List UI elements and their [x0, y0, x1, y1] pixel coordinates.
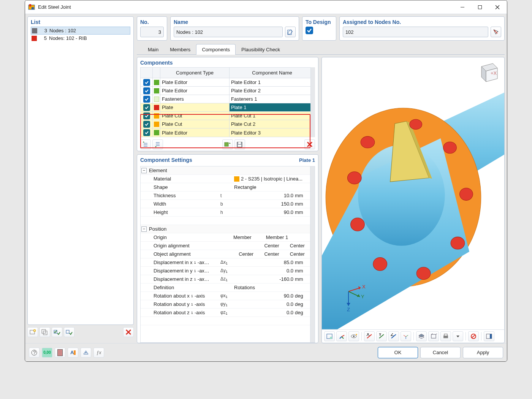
view-reset-button[interactable]: [324, 331, 335, 341]
row-checkbox[interactable]: [143, 87, 150, 94]
tree-row[interactable]: Object alignment CenterCenterCenter: [141, 250, 310, 258]
settings-scrollbar[interactable]: [310, 166, 315, 342]
collapse-icon[interactable]: −: [141, 168, 147, 173]
svg-line-54: [342, 335, 344, 337]
move-down-button[interactable]: [152, 139, 163, 149]
axes-toggle-button[interactable]: [336, 331, 347, 341]
panel-right-button[interactable]: [484, 331, 494, 341]
delete-component-button[interactable]: [304, 139, 315, 149]
delete-button[interactable]: [123, 327, 134, 337]
row-label: Thickness: [154, 193, 220, 198]
tree-row[interactable]: Width b 150.0mm: [141, 200, 310, 208]
list-body[interactable]: 3 Nodes : 102 5 Nodes: 102 - RIB: [31, 27, 130, 321]
text-settings-button[interactable]: A: [68, 348, 78, 358]
tab-plausibility[interactable]: Plausibility Check: [236, 44, 286, 55]
component-row[interactable]: Plate Cut Plate Cut 1: [141, 112, 315, 120]
minimize-button[interactable]: [454, 0, 471, 14]
component-row[interactable]: Plate Editor Plate Editor 2: [141, 87, 315, 95]
row-checkbox[interactable]: [143, 104, 150, 111]
tree-row[interactable]: Material 2 - S235 | Isotropic | Linea...: [141, 175, 310, 183]
save-library-button[interactable]: [234, 139, 245, 149]
maximize-button[interactable]: [471, 0, 489, 14]
row-checkbox[interactable]: [143, 79, 150, 86]
row-checkbox[interactable]: [143, 129, 150, 136]
axis-x-button[interactable]: X: [364, 331, 375, 341]
move-up-button[interactable]: [140, 139, 151, 149]
preview-canvas[interactable]: +X: [322, 57, 504, 329]
fx-button[interactable]: ƒx: [93, 348, 104, 358]
tree-row[interactable]: Displacement in y1-ax… Δy1 0.0mm: [141, 267, 310, 275]
col-component-type: Component Type: [160, 68, 230, 78]
duplicate-button[interactable]: [40, 327, 50, 337]
tree-row[interactable]: Displacement in z1-ax… Δz1 -160.0mm: [141, 275, 310, 283]
tree-row[interactable]: Rotation about z1-axis φz1 0.0deg: [141, 309, 310, 317]
list-item-label: Nodes: 102 - RIB: [49, 35, 87, 41]
component-row[interactable]: Fasteners Fasteners 1: [141, 95, 315, 103]
list-item[interactable]: 3 Nodes : 102: [31, 27, 130, 35]
tree-group[interactable]: −Element: [141, 166, 310, 175]
row-checkbox[interactable]: [143, 121, 150, 128]
name-field[interactable]: Nodes : 102: [174, 27, 283, 37]
bottom-bar: ? 0,00 A ƒx OK Cancel Apply: [25, 343, 507, 361]
help-button[interactable]: ?: [29, 348, 40, 358]
svg-point-39: [451, 237, 465, 249]
tab-main[interactable]: Main: [142, 44, 164, 55]
axes-gizmo: X Y Z: [341, 284, 367, 314]
uncheck-all-button[interactable]: [64, 327, 74, 337]
svg-point-37: [373, 258, 387, 271]
dd-button[interactable]: [453, 331, 463, 341]
library-import-button[interactable]: [222, 139, 233, 149]
to-design-checkbox[interactable]: [306, 27, 313, 34]
apply-button[interactable]: Apply: [463, 347, 503, 358]
close-button[interactable]: [489, 0, 506, 14]
view-cube[interactable]: +X: [474, 60, 500, 85]
component-row[interactable]: Plate Editor Plate Editor 1: [141, 78, 315, 87]
unit: mm: [295, 193, 310, 198]
tree-row[interactable]: Definition Rotations: [141, 283, 310, 292]
edit-name-button[interactable]: [285, 27, 296, 37]
tree-row[interactable]: Displacement in x1-ax… Δx1 85.0mm: [141, 258, 310, 267]
layers-button[interactable]: [416, 331, 427, 341]
row-checkbox[interactable]: [143, 96, 150, 103]
tree-row[interactable]: Thickness t 10.0mm: [141, 192, 310, 200]
tree-row[interactable]: Rotation about x1-axis φx1 90.0deg: [141, 292, 310, 300]
tree-row[interactable]: Origin MemberMember 1: [141, 233, 310, 242]
component-row[interactable]: Plate Cut Plate Cut 2: [141, 120, 315, 128]
axis-y-button[interactable]: Y: [376, 331, 387, 341]
tab-components[interactable]: Components: [196, 44, 236, 55]
row-name: Plate Editor 2: [230, 87, 315, 95]
component-row[interactable]: Plate Editor Plate Editor 3: [141, 128, 315, 137]
list-item[interactable]: 5 Nodes: 102 - RIB: [31, 35, 130, 42]
row-checkbox[interactable]: [143, 112, 150, 119]
svg-point-35: [347, 172, 361, 184]
no-title: No.: [140, 19, 164, 25]
no-field[interactable]: 3: [140, 27, 164, 37]
new-item-button[interactable]: [27, 327, 38, 337]
print-button[interactable]: [440, 331, 451, 341]
assigned-title: Assigned to Nodes No.: [343, 19, 501, 25]
clear-button[interactable]: [468, 331, 479, 341]
tree-row[interactable]: Origin alignment CenterCenter: [141, 242, 310, 250]
tab-members[interactable]: Members: [164, 44, 196, 55]
view-settings-button[interactable]: [81, 348, 91, 358]
axis-z-button[interactable]: Z: [388, 331, 399, 341]
tree-row[interactable]: Shape Rectangle: [141, 183, 310, 192]
ok-button[interactable]: OK: [378, 347, 418, 358]
assigned-field[interactable]: 102: [343, 27, 488, 37]
check-all-button[interactable]: [52, 327, 62, 337]
color-button[interactable]: [55, 348, 65, 358]
units-button[interactable]: 0,00: [42, 348, 52, 358]
cancel-button[interactable]: Cancel: [420, 347, 461, 358]
tree-group[interactable]: −Position: [141, 225, 310, 233]
pick-nodes-button[interactable]: [491, 27, 501, 37]
axis-iso-button[interactable]: [401, 331, 411, 341]
collapse-icon[interactable]: −: [141, 226, 147, 232]
box-button[interactable]: [428, 331, 439, 341]
components-scrollbar[interactable]: [310, 67, 315, 137]
component-row[interactable]: Plate Plate 1: [141, 103, 315, 112]
svg-point-36: [351, 218, 365, 231]
value: Rotations: [234, 285, 255, 290]
tree-row[interactable]: Height h 90.0mm: [141, 208, 310, 217]
eye-view-button[interactable]: [348, 331, 359, 341]
tree-row[interactable]: Rotation about y1-axis φy1 0.0deg: [141, 300, 310, 309]
